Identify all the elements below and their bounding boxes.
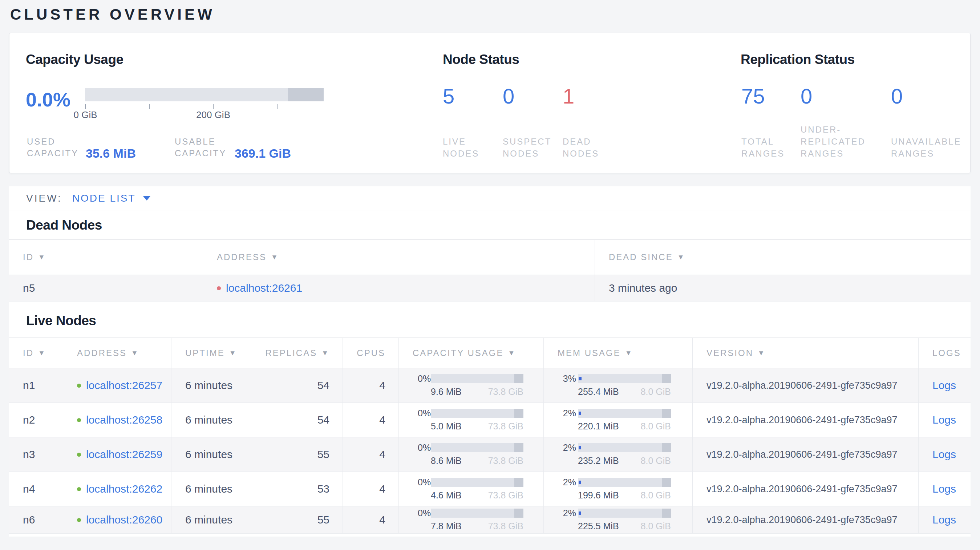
capacity-total-value: 73.8 GiB: [488, 490, 523, 501]
cpus-cell: 4: [342, 403, 398, 437]
stat-label: TOTAL RANGES: [741, 135, 784, 159]
dead-nodes-heading: Dead Nodes: [9, 210, 970, 240]
column-header-label: UPTIME: [185, 348, 225, 358]
cpus-cell: 4: [342, 506, 398, 533]
version-cell: v19.2.0-alpha.20190606-2491-gfe735c9a97: [692, 403, 918, 437]
sort-desc-icon: ▼: [38, 349, 46, 357]
column-header[interactable]: REPLICAS▼: [252, 338, 342, 368]
capacity-bar-end-segment: [514, 443, 523, 452]
node-address-link[interactable]: localhost:26258: [86, 414, 162, 426]
view-dropdown[interactable]: NODE LIST: [72, 192, 136, 204]
column-header-label: CPUS: [357, 348, 385, 358]
mem-used-value: 235.2 MiB: [578, 456, 619, 466]
capacity-used-value: 9.6 MiB: [431, 386, 462, 397]
capacity-total-value: 73.8 GiB: [488, 421, 523, 432]
column-header[interactable]: ID▼: [9, 240, 203, 275]
replicas-cell: 55: [252, 506, 342, 533]
capacity-usage-cell: 0% 7.8 MiB 73.8 GiB: [398, 506, 543, 533]
axis-tick: [85, 104, 86, 109]
stat-value: 1: [563, 84, 652, 108]
sort-desc-icon: ▼: [131, 349, 139, 357]
node-status-title: Node Status: [443, 52, 519, 67]
sort-desc-icon: ▼: [678, 253, 686, 261]
node-address-cell: localhost:26258: [63, 403, 171, 437]
axis-tick-label: 0 GiB: [73, 109, 97, 121]
logs-cell: Logs: [918, 437, 970, 472]
logs-link[interactable]: Logs: [932, 483, 956, 495]
version-cell: v19.2.0-alpha.20190606-2491-gfe735c9a97: [692, 437, 918, 472]
cpus-cell: 4: [342, 437, 398, 472]
mem-bar-end-segment: [662, 478, 671, 487]
column-header[interactable]: DEAD SINCE▼: [595, 240, 970, 275]
mem-percent: 2%: [563, 408, 576, 418]
logs-link[interactable]: Logs: [932, 414, 956, 426]
column-header[interactable]: ID▼: [9, 338, 63, 368]
stat-label: UNDER- REPLICATED RANGES: [800, 124, 865, 159]
dead-nodes-table-header: ID▼ADDRESS▼DEAD SINCE▼: [9, 240, 970, 275]
capacity-bar-end-segment: [514, 478, 523, 487]
stat-value: 0: [891, 84, 980, 108]
node-address-link[interactable]: localhost:26257: [86, 379, 162, 392]
dead-nodes-table-body: n5 localhost:26261 3 minutes ago: [9, 275, 970, 302]
capacity-usage-bar: [85, 88, 324, 101]
mem-percent: 2%: [563, 477, 576, 488]
cluster-summary-card: Capacity Usage 0.0% 0 GiB200 GiB USED CA…: [9, 33, 970, 173]
capacity-bar: [431, 509, 523, 518]
node-address-link[interactable]: localhost:26262: [86, 483, 162, 495]
capacity-bar: [431, 478, 523, 487]
column-header[interactable]: CPUS: [342, 338, 398, 368]
capacity-used-value: 4.6 MiB: [431, 490, 462, 501]
column-header-label: REPLICAS: [265, 348, 317, 358]
mem-usage-cell: 2% 220.1 MiB 8.0 GiB: [543, 403, 692, 437]
chevron-down-icon[interactable]: [143, 196, 150, 200]
column-header[interactable]: CAPACITY USAGE▼: [398, 338, 543, 368]
column-header[interactable]: VERSION▼: [692, 338, 918, 368]
stat-label: DEAD NODES: [563, 135, 599, 159]
summary-stat: 1 DEAD NODES: [563, 84, 652, 159]
column-header[interactable]: UPTIME▼: [171, 338, 252, 368]
nodes-list-card: Dead Nodes ID▼ADDRESS▼DEAD SINCE▼ n5 loc…: [9, 210, 970, 537]
logs-link[interactable]: Logs: [932, 379, 956, 392]
node-id-cell: n4: [9, 472, 63, 506]
capacity-usage-title: Capacity Usage: [26, 52, 124, 67]
capacity-usage-cell: 0% 8.6 MiB 73.8 GiB: [398, 437, 543, 472]
uptime-cell: 6 minutes: [171, 472, 252, 506]
column-header[interactable]: LOGS: [918, 338, 970, 368]
column-header-label: MEM USAGE: [558, 348, 621, 358]
cluster-overview-page: CLUSTER OVERVIEW Capacity Usage 0.0% 0 G…: [0, 0, 980, 550]
node-id-cell: n5: [9, 275, 203, 301]
logs-link[interactable]: Logs: [932, 513, 956, 526]
table-row: n5 localhost:26261 3 minutes ago: [9, 275, 970, 302]
dead-status-icon: [217, 286, 221, 290]
mem-bar-used: [579, 481, 581, 484]
mem-bar-used: [579, 412, 581, 415]
mem-bar-used: [579, 446, 581, 449]
mem-total-value: 8.0 GiB: [641, 456, 671, 466]
node-id-cell: n6: [9, 506, 63, 533]
live-nodes-heading: Live Nodes: [9, 302, 970, 338]
capacity-bar: [431, 374, 523, 383]
capacity-used-value: 8.6 MiB: [431, 456, 462, 466]
node-address-link[interactable]: localhost:26260: [86, 513, 162, 526]
node-address-link[interactable]: localhost:26259: [86, 448, 162, 461]
stat-label: SUSPECT NODES: [503, 135, 551, 159]
replicas-cell: 55: [252, 437, 342, 472]
node-address-link[interactable]: localhost:26261: [226, 282, 302, 294]
mem-usage-cell: 2% 199.6 MiB 8.0 GiB: [543, 472, 692, 506]
live-status-icon: [77, 453, 81, 457]
stat-label: LIVE NODES: [443, 135, 479, 159]
logs-link[interactable]: Logs: [932, 448, 956, 461]
mem-total-value: 8.0 GiB: [641, 490, 671, 501]
table-row: n6 localhost:26260 6 minutes 55 4 0% 7.8…: [9, 506, 970, 534]
mem-bar-end-segment: [662, 509, 671, 518]
logs-cell: Logs: [918, 506, 970, 533]
sort-desc-icon: ▼: [321, 349, 329, 357]
mem-used-value: 220.1 MiB: [578, 421, 619, 432]
column-header[interactable]: ADDRESS▼: [63, 338, 171, 368]
node-id-cell: n2: [9, 403, 63, 437]
column-header[interactable]: MEM USAGE▼: [543, 338, 692, 368]
version-cell: v19.2.0-alpha.20190606-2491-gfe735c9a97: [692, 472, 918, 506]
column-header[interactable]: ADDRESS▼: [203, 240, 595, 275]
axis-tick: [149, 104, 150, 109]
capacity-percent: 0%: [418, 408, 429, 418]
